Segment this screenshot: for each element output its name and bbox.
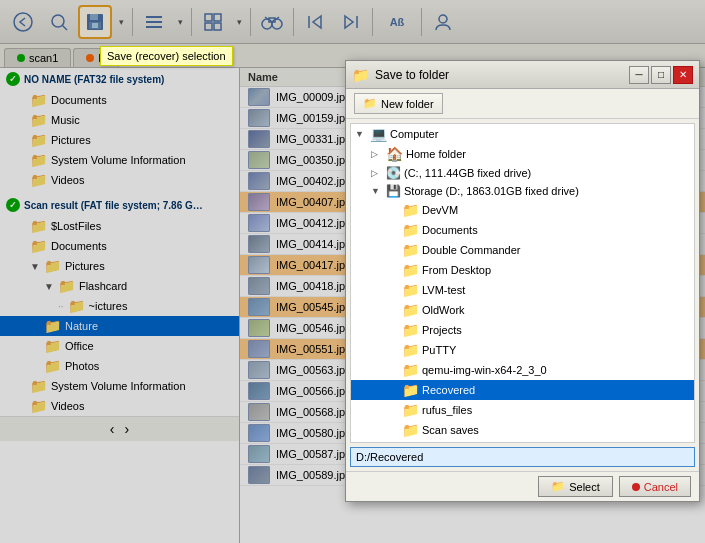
modal-tree-d-drive[interactable]: ▼ 💾 Storage (D:, 1863.01GB fixed drive): [351, 182, 694, 200]
computer-label: Computer: [390, 128, 438, 140]
modal-tree-c-drive[interactable]: ▷ 💽 (C:, 111.44GB fixed drive): [351, 164, 694, 182]
save-to-folder-dialog: 📁 Save to folder ─ □ ✕ 📁 New folder ▼ 💻 …: [345, 60, 700, 502]
select-folder-icon: 📁: [551, 480, 565, 493]
modal-folder-icon: 📁: [352, 67, 369, 83]
expand-icon: ▷: [371, 149, 383, 159]
folder-icon: 📁: [402, 362, 419, 378]
folder-icon: 📁: [402, 222, 419, 238]
folder-label: From Desktop: [422, 264, 491, 276]
modal-tree-documents[interactable]: 📁 Documents: [351, 220, 694, 240]
expand-icon: ▷: [371, 168, 383, 178]
modal-tree-rufus[interactable]: 📁 rufus_files: [351, 400, 694, 420]
new-folder-label: New folder: [381, 98, 434, 110]
select-label: Select: [569, 481, 600, 493]
c-drive-icon: 💽: [386, 166, 401, 180]
save-tooltip: Save (recover) selection: [100, 46, 233, 66]
expand-icon: ▼: [355, 129, 367, 139]
folder-label: rufus_files: [422, 404, 472, 416]
home-folder-icon: 🏠: [386, 146, 403, 162]
folder-icon: 📁: [402, 302, 419, 318]
modal-tree-doublecommander[interactable]: 📁 Double Commander: [351, 240, 694, 260]
d-drive-label: Storage (D:, 1863.01GB fixed drive): [404, 185, 579, 197]
folder-icon: 📁: [402, 282, 419, 298]
folder-label: Scan saves: [422, 424, 479, 436]
folder-icon: 📁: [402, 242, 419, 258]
modal-minimize-button[interactable]: ─: [629, 66, 649, 84]
modal-toolbar: 📁 New folder: [346, 89, 699, 119]
folder-label: LVM-test: [422, 284, 465, 296]
modal-tree-scansaves[interactable]: 📁 Scan saves: [351, 420, 694, 440]
folder-label: Documents: [422, 224, 478, 236]
folder-icon: 📁: [402, 402, 419, 418]
cancel-dot-icon: [632, 483, 640, 491]
folder-icon: 📁: [402, 382, 419, 398]
computer-icon: 💻: [370, 126, 387, 142]
modal-tree-putty[interactable]: 📁 PuTTY: [351, 340, 694, 360]
folder-icon: 📁: [402, 202, 419, 218]
modal-tree-lvmtest[interactable]: 📁 LVM-test: [351, 280, 694, 300]
folder-label: OldWork: [422, 304, 465, 316]
modal-tree-oldwork[interactable]: 📁 OldWork: [351, 300, 694, 320]
folder-icon: 📁: [402, 322, 419, 338]
tooltip-text: Save (recover) selection: [107, 50, 226, 62]
modal-path-input[interactable]: [350, 447, 695, 467]
modal-tree-recovered[interactable]: 📁 Recovered: [351, 380, 694, 400]
folder-label: qemu-img-win-x64-2_3_0: [422, 364, 547, 376]
d-drive-icon: 💾: [386, 184, 401, 198]
cancel-button[interactable]: Cancel: [619, 476, 691, 497]
folder-label: Recovered: [422, 384, 475, 396]
modal-tree: ▼ 💻 Computer ▷ 🏠 Home folder ▷ 💽 (C:, 11…: [350, 123, 695, 443]
modal-path-bar: [350, 447, 695, 467]
folder-label: PuTTY: [422, 344, 456, 356]
folder-label: Double Commander: [422, 244, 520, 256]
modal-tree-qemu[interactable]: 📁 qemu-img-win-x64-2_3_0: [351, 360, 694, 380]
modal-footer: 📁 Select Cancel: [346, 471, 699, 501]
modal-overlay: 📁 Save to folder ─ □ ✕ 📁 New folder ▼ 💻 …: [0, 0, 705, 543]
modal-tree-projects[interactable]: 📁 Projects: [351, 320, 694, 340]
modal-close-button[interactable]: ✕: [673, 66, 693, 84]
folder-icon: 📁: [402, 422, 419, 438]
new-folder-button[interactable]: 📁 New folder: [354, 93, 443, 114]
c-drive-label: (C:, 111.44GB fixed drive): [404, 167, 531, 179]
folder-label: Projects: [422, 324, 462, 336]
cancel-label: Cancel: [644, 481, 678, 493]
new-folder-icon: 📁: [363, 97, 377, 110]
modal-tree-fromdesktop[interactable]: 📁 From Desktop: [351, 260, 694, 280]
folder-icon: 📁: [402, 262, 419, 278]
expand-icon: ▼: [371, 186, 383, 196]
modal-title: Save to folder: [375, 68, 627, 82]
folder-icon: 📁: [402, 342, 419, 358]
modal-maximize-button[interactable]: □: [651, 66, 671, 84]
home-folder-label: Home folder: [406, 148, 466, 160]
folder-label: DevVM: [422, 204, 458, 216]
modal-titlebar: 📁 Save to folder ─ □ ✕: [346, 61, 699, 89]
modal-tree-devvm[interactable]: 📁 DevVM: [351, 200, 694, 220]
modal-tree-home[interactable]: ▷ 🏠 Home folder: [351, 144, 694, 164]
select-button[interactable]: 📁 Select: [538, 476, 613, 497]
modal-tree-computer[interactable]: ▼ 💻 Computer: [351, 124, 694, 144]
